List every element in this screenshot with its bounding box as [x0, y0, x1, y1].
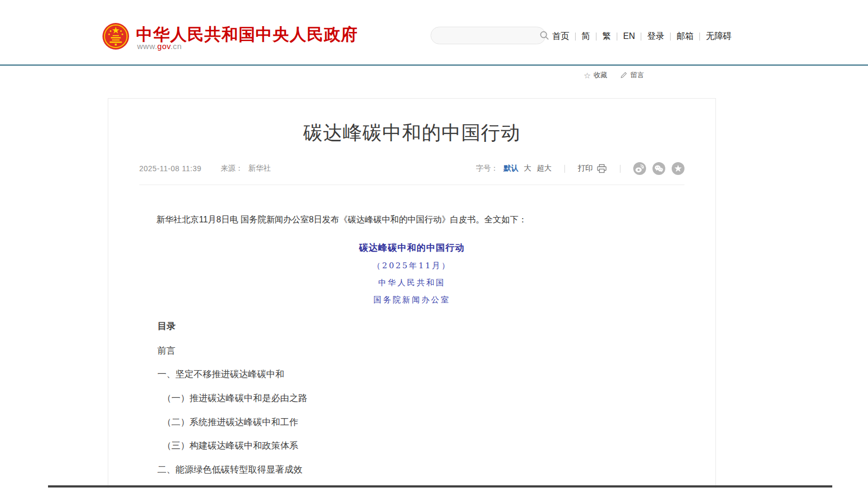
favorite-button[interactable]: ☆ 收藏 — [584, 70, 607, 80]
font-size-xlarge-button[interactable]: 超大 — [537, 164, 552, 173]
wechat-icon — [652, 162, 665, 175]
star-share-button[interactable] — [672, 162, 684, 175]
nav-login[interactable]: 登录 — [641, 31, 670, 42]
document-org-line1: 中华人民共和国 — [108, 278, 715, 288]
favorite-label: 收藏 — [593, 70, 607, 80]
toc-item-section1-2: （二）系统推进碳达峰碳中和工作 — [139, 418, 684, 428]
weibo-icon — [633, 162, 646, 175]
toc-item-section1-1: （一）推进碳达峰碳中和是必由之路 — [139, 394, 684, 404]
star-share-icon — [672, 162, 684, 175]
nav-home[interactable]: 首页 — [552, 31, 575, 42]
share-icons — [633, 162, 684, 175]
source-label: 来源： — [220, 164, 243, 173]
nav-simplified[interactable]: 简 — [576, 31, 596, 42]
font-size-label: 字号： — [476, 164, 498, 173]
toc-item-preface: 前言 — [139, 346, 684, 356]
meta-divider — [564, 165, 565, 173]
weibo-share-button[interactable] — [633, 162, 646, 175]
nav-accessibility[interactable]: 无障碍 — [700, 31, 731, 42]
search-icon — [539, 30, 550, 41]
comment-label: 留言 — [630, 70, 644, 80]
document-heading-block: 碳达峰碳中和的中国行动 （2025年11月） 中华人民共和国 国务院新闻办公室 — [108, 242, 715, 305]
search-button[interactable] — [539, 27, 550, 44]
printer-icon — [596, 164, 607, 173]
publish-date: 2025-11-08 11:39 — [139, 164, 201, 173]
pen-icon — [620, 71, 627, 79]
article-meta-left: 2025-11-08 11:39 来源： 新华社 — [139, 164, 270, 173]
site-url-gov: gov — [157, 42, 171, 51]
document-org-line2: 国务院新闻办公室 — [108, 295, 715, 305]
print-label: 打印 — [578, 164, 593, 173]
print-button[interactable]: 打印 — [578, 164, 607, 173]
article-lead-paragraph: 新华社北京11月8日电 国务院新闻办公室8日发布《碳达峰碳中和的中国行动》白皮书… — [139, 213, 684, 227]
font-size-default-button[interactable]: 默认 — [504, 164, 519, 173]
gov-cn-page: 中华人民共和国中央人民政府 www.gov.cn 首页 简 繁 EN 登录 邮箱 — [0, 0, 868, 488]
wechat-share-button[interactable] — [652, 162, 665, 175]
header-divider-line — [0, 65, 868, 66]
star-icon: ☆ — [584, 71, 591, 79]
font-size-large-button[interactable]: 大 — [524, 164, 531, 173]
document-date: （2025年11月） — [108, 261, 715, 271]
site-url: www.gov.cn — [137, 42, 182, 51]
national-emblem-logo — [102, 22, 130, 50]
toc-item-section1: 一、坚定不移推进碳达峰碳中和 — [139, 370, 684, 380]
page-tools: ☆ 收藏 留言 — [584, 70, 644, 80]
search-input[interactable] — [431, 27, 539, 44]
bottom-edge-line — [48, 485, 832, 487]
meta-separator — [139, 185, 684, 185]
nav-traditional[interactable]: 繁 — [596, 31, 617, 42]
site-url-www: www. — [137, 42, 157, 51]
article-container: 碳达峰碳中和的中国行动 2025-11-08 11:39 来源： 新华社 字号：… — [108, 98, 716, 488]
document-title: 碳达峰碳中和的中国行动 — [108, 242, 715, 254]
search-box — [431, 27, 546, 44]
table-of-contents: 目录 前言 一、坚定不移推进碳达峰碳中和 （一）推进碳达峰碳中和是必由之路 （二… — [139, 320, 684, 488]
toc-item-section2: 二、能源绿色低碳转型取得显著成效 — [139, 465, 684, 475]
comment-button[interactable]: 留言 — [620, 70, 644, 80]
nav-english[interactable]: EN — [617, 31, 641, 41]
source-value[interactable]: 新华社 — [248, 164, 270, 173]
article-meta-row: 2025-11-08 11:39 来源： 新华社 字号： 默认 大 超大 打印 — [139, 162, 684, 175]
meta-divider — [620, 165, 620, 173]
article-title: 碳达峰碳中和的中国行动 — [108, 120, 715, 146]
toc-heading: 目录 — [139, 320, 684, 332]
top-nav: 首页 简 繁 EN 登录 邮箱 无障碍 — [552, 30, 731, 43]
site-header: 中华人民共和国中央人民政府 www.gov.cn 首页 简 繁 EN 登录 邮箱 — [0, 0, 868, 65]
nav-mail[interactable]: 邮箱 — [671, 31, 699, 42]
site-url-cn: .cn — [170, 42, 182, 51]
article-meta-right: 字号： 默认 大 超大 打印 — [476, 162, 684, 175]
toc-item-section1-3: （三）构建碳达峰碳中和政策体系 — [139, 441, 684, 451]
